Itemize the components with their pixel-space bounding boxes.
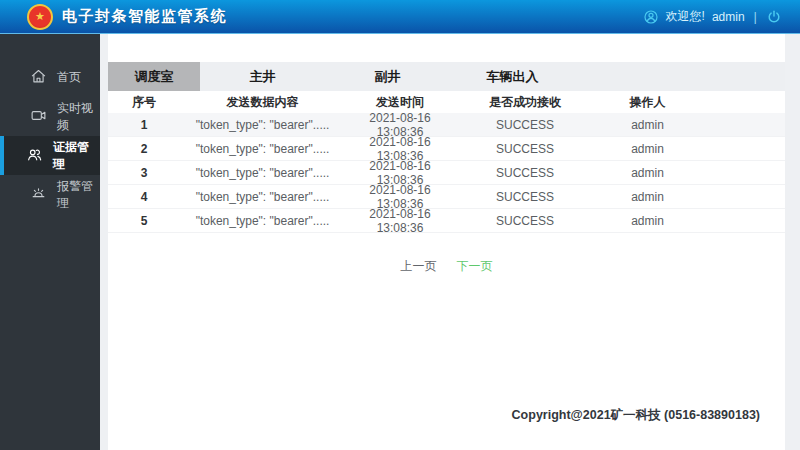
next-page-button[interactable]: 下一页 [457,258,493,275]
tab-aux-shaft[interactable]: 副井 [325,62,450,91]
cell-content: "token_type": "bearer"..... [180,214,345,228]
col-header-time: 发送时间 [345,94,455,111]
col-header-status: 是否成功接收 [455,94,595,111]
welcome-text: 欢迎您! [666,8,705,25]
sidebar-item-label: 首页 [57,69,81,86]
tab-vehicle-access[interactable]: 车辆出入 [450,62,575,91]
table-row: 5 "token_type": "bearer"..... 2021-08-16… [108,209,785,233]
alarm-icon [30,185,47,205]
tab-dispatch-room[interactable]: 调度室 [108,62,200,91]
col-header-operator: 操作人 [595,94,700,111]
pagination: 上一页 下一页 [108,258,785,275]
video-icon [30,107,47,127]
home-icon [30,68,47,88]
data-table: 序号 发送数据内容 发送时间 是否成功接收 操作人 1 "token_type"… [108,91,785,233]
username: admin [712,10,745,24]
logout-power-icon[interactable] [766,9,782,25]
cell-status: SUCCESS [455,118,595,132]
users-icon [26,146,43,166]
table-row: 4 "token_type": "bearer"..... 2021-08-16… [108,185,785,209]
cell-operator: admin [595,190,700,204]
content-panel: 调度室 主井 副井 车辆出入 序号 发送数据内容 发送时间 是否成功接收 操作人… [108,34,785,450]
sidebar-item-label: 证据管理 [53,139,100,173]
national-emblem-icon: ★ [27,4,53,30]
sidebar-item-live-video[interactable]: 实时视频 [0,97,100,136]
col-header-content: 发送数据内容 [180,94,345,111]
sidebar-item-home[interactable]: 首页 [0,58,100,97]
cell-no: 5 [108,214,180,228]
tab-bar: 调度室 主井 副井 车辆出入 [108,62,785,91]
col-header-no: 序号 [108,94,180,111]
sidebar-item-label: 报警管理 [57,178,100,212]
sidebar: 首页 实时视频 证据管理 报警管理 [0,34,100,450]
prev-page-button[interactable]: 上一页 [401,258,437,275]
cell-status: SUCCESS [455,142,595,156]
cell-status: SUCCESS [455,190,595,204]
cell-content: "token_type": "bearer"..... [180,190,345,204]
copyright-text: Copyright@2021矿一科技 (0516-83890183) [512,407,760,424]
cell-operator: admin [595,214,700,228]
tab-main-shaft[interactable]: 主井 [200,62,325,91]
cell-status: SUCCESS [455,166,595,180]
sidebar-item-evidence[interactable]: 证据管理 [0,136,100,175]
cell-status: SUCCESS [455,214,595,228]
cell-no: 3 [108,166,180,180]
table-row: 3 "token_type": "bearer"..... 2021-08-16… [108,161,785,185]
cell-content: "token_type": "bearer"..... [180,118,345,132]
cell-time: 2021-08-16 13:08:36 [345,207,455,235]
divider: | [752,9,759,24]
cell-no: 2 [108,142,180,156]
app-title: 电子封条智能监管系统 [62,7,227,26]
cell-operator: admin [595,166,700,180]
cell-operator: admin [595,118,700,132]
cell-no: 1 [108,118,180,132]
cell-content: "token_type": "bearer"..... [180,142,345,156]
table-row: 1 "token_type": "bearer"..... 2021-08-16… [108,113,785,137]
table-row: 2 "token_type": "bearer"..... 2021-08-16… [108,137,785,161]
sidebar-item-label: 实时视频 [57,100,100,134]
cell-no: 4 [108,190,180,204]
top-header: ★ 电子封条智能监管系统 欢迎您! admin | [0,0,800,34]
cell-operator: admin [595,142,700,156]
cell-content: "token_type": "bearer"..... [180,166,345,180]
sidebar-item-alarm[interactable]: 报警管理 [0,175,100,214]
user-avatar-icon [643,9,659,25]
